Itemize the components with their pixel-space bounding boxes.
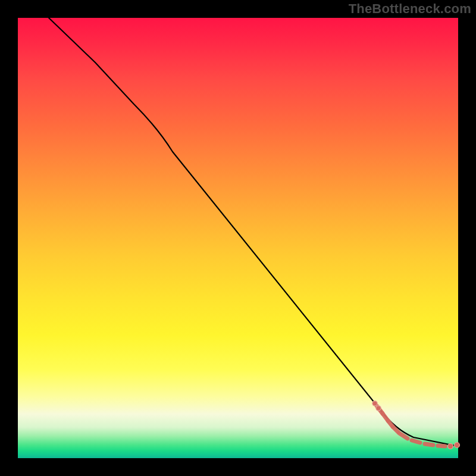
svg-line-5 [412,440,420,443]
svg-point-10 [372,401,377,406]
svg-line-6 [425,444,433,445]
watermark-text: TheBottleneck.com [349,1,471,17]
plot-area [18,18,458,458]
bottleneck-curve [49,18,458,446]
svg-point-11 [376,406,381,411]
svg-point-8 [448,444,453,449]
highlighted-range [372,401,460,449]
plot-svg [18,18,458,458]
chart-frame: TheBottleneck.com [0,0,476,476]
svg-line-7 [438,446,445,446]
svg-point-9 [455,443,460,448]
